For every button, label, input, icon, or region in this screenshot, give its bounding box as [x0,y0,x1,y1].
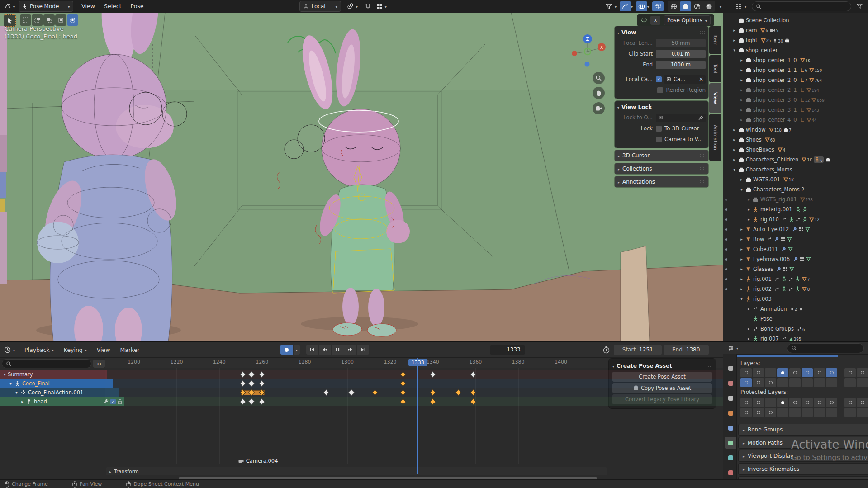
marker-menu[interactable]: Marker [115,346,145,353]
tool-tweak[interactable] [4,14,16,27]
expand-arrow-icon[interactable]: ▸ [746,336,752,341]
local-camera-object-field[interactable]: Ca... ✕ [664,75,706,84]
expand-arrow-icon[interactable]: ▸ [746,207,752,212]
panel-inverse-kinematics[interactable]: ▸Inverse Kinematics [739,464,868,474]
armature-layer-toggle[interactable] [777,368,788,377]
object-tab[interactable] [725,407,736,419]
gizmos-toggle-button[interactable] [620,1,631,11]
clip-start-field[interactable]: 0.01 m [656,50,706,58]
scene-tab[interactable] [725,392,736,404]
panel-3d-cursor[interactable]: ▸ 3D Cursor [615,150,708,161]
menu-view[interactable]: View [77,0,100,13]
current-frame-badge[interactable]: 1333 [408,359,427,366]
expand-arrow-icon[interactable]: ▸ [731,137,737,142]
protected-layer-toggle[interactable] [814,398,825,407]
armature-layer-toggle[interactable] [802,378,813,387]
protected-layer-toggle[interactable] [777,398,788,407]
expand-arrow-icon[interactable]: ▸ [739,277,745,281]
pan-hand-button[interactable] [593,87,605,99]
outliner-row[interactable]: ▸Bow [723,234,868,244]
expand-arrow-icon[interactable]: ▸ [746,327,752,331]
outliner-row[interactable]: ▸Cube.011 [723,244,868,254]
editor-type-button[interactable] [2,1,13,11]
outliner-row[interactable]: ▸rig.01012 [723,214,868,224]
pivot-point-button[interactable] [345,1,356,11]
expand-arrow-icon[interactable]: ▸ [739,108,745,112]
pose-options-dropdown[interactable]: Pose Options ▾ [664,15,711,25]
expand-arrow-icon[interactable]: ▸ [739,247,745,251]
physics-tab[interactable] [725,452,736,464]
navigation-gizmo[interactable]: Z X [567,29,608,71]
dope-sheet[interactable]: ▾ Playback▾ Keying▾ View Marker ▾ 1333 S… [0,341,723,480]
armature-layer-toggle[interactable] [814,368,825,377]
protected-layer-toggle[interactable] [753,408,764,417]
pause-button[interactable] [332,345,344,355]
camera-marker[interactable]: Camera.004 [238,458,278,464]
expand-arrow-icon[interactable]: ▸ [746,197,752,202]
playhead[interactable] [417,358,418,474]
panel-bone-groups[interactable]: ▸Bone Groups [739,424,868,435]
armature-layer-toggle[interactable] [857,378,868,387]
tab-tool[interactable]: Tool [709,55,721,82]
render-tab[interactable] [725,377,736,389]
lock-to-object-field[interactable] [656,114,706,122]
outliner-row[interactable]: ▸WGTS_rig.001238 [723,194,868,204]
armature-layer-toggle[interactable] [802,368,813,377]
expand-arrow-icon[interactable]: ▸ [739,257,745,261]
outliner-row[interactable]: ▸shop_center_1_16150 [723,65,868,75]
outliner-row[interactable]: Pose [723,314,868,324]
outliner[interactable]: Scene Collection▸cam65▸light2530▾shop_ce… [723,13,868,341]
armature-layer-toggle[interactable] [765,378,776,387]
channel-search-input[interactable] [2,359,91,368]
expand-arrow-icon[interactable]: ▸ [731,128,737,132]
focal-length-field[interactable]: 50 mm [656,39,706,47]
playback-menu[interactable]: Playback▾ [19,346,59,353]
protected-layer-toggle[interactable] [765,408,776,417]
expand-arrow-icon[interactable]: ▾ [14,390,19,395]
outliner-row[interactable]: ▸Characters_Children1K6 [723,155,868,165]
armature-layer-toggle[interactable] [789,368,801,377]
shading-solid-button[interactable] [680,1,691,11]
snap-settings-button[interactable] [374,1,385,11]
expand-arrow-icon[interactable]: ▾ [731,48,737,52]
protected-layer-toggle[interactable] [789,408,801,417]
armature-layer-toggle[interactable] [826,378,837,387]
3d-viewport[interactable]: X Pose Options ▾ Camera Perspective (133… [0,13,723,341]
outliner-row[interactable]: ▸Auto_Eye.012 [723,224,868,234]
protected-layer-toggle[interactable] [857,408,868,417]
outliner-row[interactable]: ▸shop_center_4_044 [723,115,868,125]
view-lock-header[interactable]: ▾ View Lock [617,103,706,112]
clip-end-field[interactable]: 1000 m [656,61,706,69]
expand-arrow-icon[interactable]: ▸ [739,287,745,291]
outliner-row[interactable]: ▸rig.0028 [723,284,868,294]
protected-layer-toggle[interactable] [765,398,776,407]
outliner-row[interactable]: ▾Characters_Moms 2 [723,185,868,194]
outliner-row[interactable]: ▾shop_center [723,45,868,55]
panel-collections[interactable]: ▸ Collections [615,163,708,174]
tool-select-extend[interactable] [32,14,43,26]
expand-arrow-icon[interactable]: ▸ [739,78,745,82]
expand-arrow-icon[interactable]: ▸ [739,118,745,122]
armature-layer-toggle[interactable] [740,368,752,377]
channel-row[interactable]: ▾Coco_FinalAction.001 [0,388,119,397]
outliner-row[interactable]: ▸rig.007395 [723,334,868,341]
armature-layer-toggle[interactable] [814,378,825,387]
create-pose-asset-header[interactable]: ▾ Create Pose Asset [612,361,712,370]
auto-keying-record-button[interactable] [280,345,293,355]
panel-annotations[interactable]: ▸ Annotations [615,176,708,187]
expand-arrow-icon[interactable]: ▸ [19,399,25,404]
outliner-row[interactable]: ▸window1187 [723,125,868,135]
use-preview-range-icon[interactable] [602,346,610,354]
protected-layer-toggle[interactable] [789,398,801,407]
expand-arrow-icon[interactable]: ▸ [739,68,745,72]
armature-layer-toggle[interactable] [844,368,856,377]
previous-keyframe-button[interactable] [319,345,331,355]
shading-wireframe-button[interactable] [668,1,679,11]
menu-select[interactable]: Select [100,0,126,13]
view-menu[interactable]: View [92,346,115,353]
channel-row[interactable]: ▾Coco_Final [0,379,113,388]
expand-arrow-icon[interactable]: ▸ [731,38,737,43]
protected-layer-toggle[interactable] [844,398,856,407]
tab-view[interactable]: View [709,83,721,113]
outliner-row[interactable]: ▸Shoes68 [723,135,868,145]
